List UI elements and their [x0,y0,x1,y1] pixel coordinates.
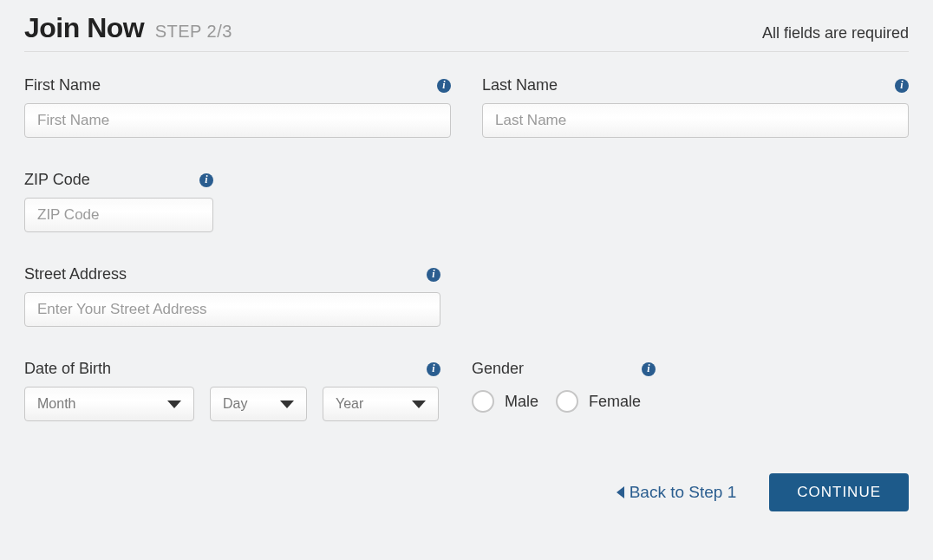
info-icon[interactable]: i [199,173,213,187]
radio-icon [472,390,494,413]
info-icon[interactable]: i [895,79,909,93]
zip-label: ZIP Code [24,171,90,189]
first-name-group: First Name i [24,76,451,138]
first-name-input[interactable] [24,103,451,138]
street-label-row: Street Address i [24,265,440,283]
title-group: Join Now STEP 2/3 [24,12,232,44]
dob-label-row: Date of Birth i [24,360,440,378]
zip-label-row: ZIP Code i [24,171,213,189]
dob-year-select[interactable]: Year [323,387,439,421]
gender-label-row: Gender i [472,360,656,378]
dob-gender-row: Date of Birth i Month Day Year [24,360,909,421]
radio-icon [556,390,578,413]
dob-day-select[interactable]: Day [210,387,307,421]
zip-row: ZIP Code i [24,171,909,232]
gender-label: Gender [472,360,524,378]
dob-month-value: Month [37,396,167,412]
last-name-label: Last Name [482,76,558,94]
dob-group: Date of Birth i Month Day Year [24,360,440,421]
last-name-group: Last Name i [482,76,909,138]
gender-options: Male Female [472,387,656,413]
dob-day-value: Day [223,396,280,412]
info-icon[interactable]: i [642,362,656,376]
first-name-label: First Name [24,76,101,94]
info-icon[interactable]: i [437,79,451,93]
chevron-down-icon [280,400,294,408]
chevron-down-icon [412,400,426,408]
dob-selects: Month Day Year [24,387,440,421]
gender-female-option[interactable]: Female [556,390,641,413]
gender-group: Gender i Male Female [472,360,656,421]
page-title: Join Now [24,12,144,43]
continue-button[interactable]: CONTINUE [769,473,909,511]
street-input[interactable] [24,292,440,327]
gender-male-option[interactable]: Male [472,390,538,413]
gender-female-label: Female [589,393,641,411]
dob-label: Date of Birth [24,360,111,378]
street-label: Street Address [24,265,127,283]
first-name-label-row: First Name i [24,76,451,94]
back-to-step1-link[interactable]: Back to Step 1 [617,483,737,502]
chevron-left-icon [617,486,624,498]
chevron-down-icon [167,400,181,408]
last-name-input[interactable] [482,103,909,138]
form-header: Join Now STEP 2/3 All fields are require… [24,12,909,52]
last-name-label-row: Last Name i [482,76,909,94]
dob-month-select[interactable]: Month [24,387,194,421]
back-link-label: Back to Step 1 [630,483,737,502]
dob-year-value: Year [336,396,412,412]
form-footer: Back to Step 1 CONTINUE [24,473,909,511]
zip-input[interactable] [24,198,213,232]
signup-form-step2: Join Now STEP 2/3 All fields are require… [0,0,933,529]
info-icon[interactable]: i [427,362,440,376]
zip-group: ZIP Code i [24,171,213,232]
info-icon[interactable]: i [427,268,440,282]
step-indicator: STEP 2/3 [155,22,232,41]
required-fields-note: All fields are required [762,24,909,44]
name-row: First Name i Last Name i [24,76,909,138]
street-row: Street Address i [24,265,909,327]
street-group: Street Address i [24,265,440,327]
gender-male-label: Male [505,393,538,411]
